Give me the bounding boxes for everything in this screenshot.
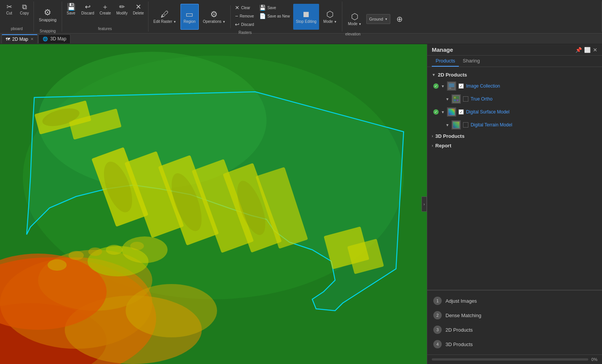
cut-button[interactable]: ✂ Cut — [2, 2, 16, 16]
step-1-number: 1 — [433, 297, 442, 305]
dtm-row[interactable]: ▼ Digital Terrain Model — [427, 118, 602, 131]
stop-editing-icon: ⏹ — [302, 10, 310, 19]
ground-dropdown-arrow: ▼ — [385, 18, 388, 21]
modify-icon: ✏ — [119, 3, 125, 10]
true-ortho-row[interactable]: ▼ True Ortho — [427, 93, 602, 105]
step-1-label: Adjust Images — [446, 298, 477, 304]
toolbar: ✂ Cut ⧉ Copy pboard ⚙ Snapping Snapping … — [0, 0, 602, 34]
create-button[interactable]: ＋ Create — [97, 2, 113, 16]
save-button[interactable]: 💾 Save — [64, 2, 78, 16]
tab-sharing[interactable]: Sharing — [459, 56, 484, 67]
true-ortho-check[interactable] — [463, 96, 468, 102]
section-2d-products[interactable]: ▼ 2D Products — [427, 70, 602, 80]
map-collapse-button[interactable]: › — [422, 196, 427, 212]
section-3d-products[interactable]: › 3D Products — [427, 131, 602, 141]
discard-button[interactable]: ↩ Discard — [80, 2, 96, 16]
raster-discard-button[interactable]: ↩ Discard — [233, 21, 256, 28]
2d-map-tab-icon: 🗺 — [6, 37, 10, 42]
stop-editing-button[interactable]: ⏹ Stop Editing — [293, 4, 319, 30]
edit-raster-button[interactable]: 🖊 Edit Raster ▼ — [151, 4, 179, 30]
elevation-group: ⬡ Mode ▼ Ground ▼ ⊕ elevation — [342, 2, 602, 32]
tab-products[interactable]: Products — [432, 56, 459, 67]
discard-icon: ↩ — [85, 3, 91, 10]
operations-button[interactable]: ⚙ Operations ▼ — [200, 4, 228, 30]
copy-icon: ⧉ — [22, 3, 27, 10]
svg-point-11 — [122, 236, 168, 263]
step-3[interactable]: 3 2D Products — [427, 322, 602, 337]
section-report[interactable]: › Report — [427, 141, 602, 150]
dtm-label[interactable]: Digital Terrain Model — [471, 122, 512, 128]
remove-button[interactable]: − Remove — [233, 12, 256, 20]
svg-rect-42 — [449, 109, 455, 115]
step-2-number: 2 — [433, 311, 442, 319]
dtm-check[interactable] — [463, 122, 468, 128]
step-4[interactable]: 4 3D Products — [427, 337, 602, 351]
dsm-label[interactable]: Digital Surface Model — [466, 109, 509, 115]
dsm-row[interactable]: ✓ ▼ ✓ Digital Surface Model — [427, 105, 602, 118]
mode-button[interactable]: ⬡ Mode ▼ — [321, 4, 340, 30]
dtm-expand[interactable]: ▼ — [446, 123, 449, 127]
image-collection-check[interactable]: ✓ — [458, 83, 464, 89]
true-ortho-label[interactable]: True Ortho — [471, 96, 493, 102]
2d-map-tab-close[interactable]: ✕ — [30, 37, 34, 41]
remove-icon: − — [235, 13, 238, 19]
image-collection-expand[interactable]: ▼ — [441, 84, 445, 88]
true-ortho-icon — [452, 94, 461, 104]
step-4-number: 4 — [433, 340, 442, 348]
right-panel: Manage 📌 ⬜ ✕ Products Sharing ▼ 2D Produ… — [427, 44, 602, 364]
image-collection-row[interactable]: ✓ ▼ ✓ Image Collection — [427, 80, 602, 93]
map-canvas — [0, 44, 427, 364]
svg-rect-39 — [454, 99, 456, 101]
ground-dropdown[interactable]: Ground ▼ — [366, 14, 390, 24]
region-icon: ▭ — [185, 10, 193, 19]
mode-elevation-button[interactable]: ⬡ Mode ▼ — [345, 6, 364, 32]
snapping-group: ⚙ Snapping Snapping — [34, 2, 62, 32]
modify-button[interactable]: ✏ Modify — [114, 2, 129, 16]
products-content: ▼ 2D Products ✓ ▼ ✓ Image Collection ▼ — [427, 67, 602, 290]
panel-close-button[interactable]: ✕ — [593, 47, 597, 53]
dtm-icon — [452, 120, 461, 129]
image-collection-label[interactable]: Image Collection — [466, 83, 500, 89]
tabbar: 🗺 2D Map ✕ 🌐 3D Map — [0, 34, 602, 44]
delete-button[interactable]: ✕ Delete — [131, 2, 146, 16]
svg-point-30 — [130, 242, 144, 250]
tab-3d-map[interactable]: 🌐 3D Map — [38, 34, 70, 43]
clear-button[interactable]: ✕ Clear — [233, 4, 256, 11]
step-4-label: 3D Products — [446, 342, 473, 347]
rasters-group: 🖊 Edit Raster ▼ ▭ Region ⚙ Operations ▼ … — [149, 2, 342, 32]
features-label: features — [98, 26, 112, 31]
rasters-label: Rasters — [239, 30, 252, 35]
panel-maximize-button[interactable]: ⬜ — [584, 47, 591, 53]
elevation-mode-icon: ⬡ — [351, 13, 358, 21]
create-icon: ＋ — [102, 3, 109, 10]
panel-tabs: Products Sharing — [427, 56, 602, 67]
dsm-expand[interactable]: ▼ — [441, 110, 445, 114]
nav-icon-button[interactable]: ⊕ — [393, 14, 406, 24]
edit-raster-icon: 🖊 — [161, 10, 169, 19]
snapping-button[interactable]: ⚙ Snapping — [36, 2, 59, 28]
region-button[interactable]: ▭ Region — [180, 4, 199, 30]
svg-point-26 — [48, 259, 67, 271]
dsm-check[interactable]: ✓ — [458, 109, 464, 115]
panel-title: Manage — [432, 46, 453, 53]
section-chevron-2d: ▼ — [432, 73, 436, 77]
tab-2d-map[interactable]: 🗺 2D Map ✕ — [2, 34, 38, 43]
elevation-label: elevation — [345, 32, 361, 36]
section-chevron-report: › — [432, 144, 433, 148]
step-2[interactable]: 2 Dense Matching — [427, 308, 602, 322]
raster-save-button[interactable]: 💾 Save — [257, 4, 292, 11]
copy-button[interactable]: ⧉ Copy — [18, 2, 31, 16]
true-ortho-expand[interactable]: ▼ — [446, 97, 449, 101]
clipboard-group: ✂ Cut ⧉ Copy pboard — [0, 2, 34, 32]
snapping-icon: ⚙ — [44, 8, 51, 17]
progress-bar-track — [432, 358, 588, 361]
svg-point-29 — [106, 245, 123, 255]
step-1[interactable]: 1 Adjust Images — [427, 294, 602, 308]
panel-pin-button[interactable]: 📌 — [575, 47, 582, 53]
save-as-new-button[interactable]: 📄 Save as New — [257, 12, 292, 20]
svg-point-28 — [88, 247, 102, 256]
raster-discard-icon: ↩ — [235, 22, 240, 27]
section-chevron-3d: › — [432, 134, 433, 138]
map-area[interactable]: › — [0, 44, 427, 364]
panel-header: Manage 📌 ⬜ ✕ — [427, 44, 602, 56]
